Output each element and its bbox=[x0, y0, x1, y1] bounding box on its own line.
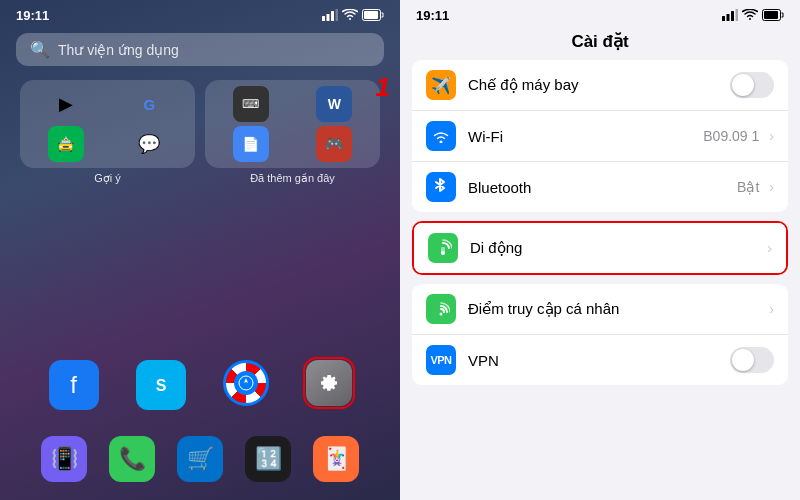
badge-2: 2 bbox=[787, 221, 788, 243]
folder-goi-y[interactable]: ▶ G 🚖 💬 Gợi ý bbox=[20, 80, 195, 344]
time-left: 19:11 bbox=[16, 8, 49, 23]
wifi-icon-right bbox=[742, 9, 758, 23]
settings-section-1: ✈️ Chế độ máy bay Wi-Fi B09.09 1 › bbox=[412, 60, 788, 212]
settings-row-hotspot[interactable]: Điểm truy cập cá nhân › bbox=[412, 284, 788, 335]
ninekeys-icon[interactable]: ⌨ bbox=[233, 86, 269, 122]
settings-row-airplane[interactable]: ✈️ Chế độ máy bay bbox=[412, 60, 788, 111]
svg-rect-0 bbox=[322, 16, 325, 21]
wifi-value: B09.09 1 bbox=[703, 128, 759, 144]
word-icon[interactable]: W bbox=[316, 86, 352, 122]
hotspot-chevron: › bbox=[769, 301, 774, 317]
search-bar[interactable]: 🔍 Thư viện ứng dụng bbox=[16, 33, 384, 66]
calculator-icon[interactable]: 🔢 bbox=[245, 436, 291, 482]
mini-grid-goi-y: ▶ G 🚖 💬 bbox=[20, 80, 195, 168]
wifi-icon-left bbox=[342, 9, 358, 23]
svg-rect-3 bbox=[336, 9, 339, 21]
left-panel: 19:11 bbox=[0, 0, 400, 500]
messages-icon[interactable]: 💬 bbox=[131, 126, 167, 162]
settings-list: ✈️ Chế độ máy bay Wi-Fi B09.09 1 › bbox=[400, 60, 800, 500]
search-icon: 🔍 bbox=[30, 40, 50, 59]
vpn-row-icon: VPN bbox=[426, 345, 456, 375]
right-panel: 19:11 bbox=[400, 0, 800, 500]
phone-app-icon[interactable]: 📞 bbox=[109, 436, 155, 482]
grab-icon[interactable]: 🚖 bbox=[48, 126, 84, 162]
wifi-label: Wi-Fi bbox=[468, 128, 703, 145]
status-bar-right: 19:11 bbox=[400, 0, 800, 27]
status-icons-left bbox=[322, 9, 384, 23]
appstore-icon[interactable]: 🛒 bbox=[177, 436, 223, 482]
mini-grid-da-them: ⌨ W 📄 🎮 bbox=[205, 80, 380, 168]
svg-point-16 bbox=[440, 141, 443, 144]
bluetooth-row-icon bbox=[426, 172, 456, 202]
settings-title: Cài đặt bbox=[400, 27, 800, 60]
hotspot-label: Điểm truy cập cá nhân bbox=[468, 300, 765, 318]
settings-row-vpn[interactable]: VPN VPN bbox=[412, 335, 788, 385]
svg-rect-12 bbox=[731, 11, 734, 21]
settings-section-3: Điểm truy cập cá nhân › VPN VPN bbox=[412, 284, 788, 385]
bluetooth-value: Bật bbox=[737, 179, 759, 195]
app-grid-area: ▶ G 🚖 💬 Gợi ý ⌨ W 📄 🎮 Đã thêm gần đây 1 bbox=[0, 72, 400, 500]
vpn-toggle[interactable] bbox=[730, 347, 774, 373]
airplane-toggle[interactable] bbox=[730, 72, 774, 98]
folder-da-them[interactable]: ⌨ W 📄 🎮 Đã thêm gần đây 1 bbox=[205, 80, 380, 344]
bottom-app-row-2: 📳 📞 🛒 🔢 🃏 bbox=[10, 430, 390, 492]
games-icon[interactable]: 🎮 bbox=[316, 126, 352, 162]
docs-icon[interactable]: 📄 bbox=[233, 126, 269, 162]
battery-icon-left bbox=[362, 9, 384, 23]
svg-rect-13 bbox=[736, 9, 739, 21]
svg-rect-2 bbox=[331, 11, 334, 21]
safari-app-icon[interactable] bbox=[223, 360, 269, 406]
svg-rect-15 bbox=[764, 11, 778, 19]
status-bar-left: 19:11 bbox=[0, 0, 400, 27]
svg-rect-5 bbox=[364, 11, 378, 19]
airplane-icon: ✈️ bbox=[426, 70, 456, 100]
settings-app-icon[interactable] bbox=[306, 360, 352, 406]
folder-da-them-label: Đã thêm gần đây bbox=[250, 172, 335, 185]
two-col-grid: ▶ G 🚖 💬 Gợi ý ⌨ W 📄 🎮 Đã thêm gần đây 1 bbox=[10, 80, 390, 344]
signal-icon bbox=[322, 9, 338, 23]
search-bar-placeholder: Thư viện ứng dụng bbox=[58, 42, 179, 58]
svg-rect-10 bbox=[722, 16, 725, 21]
bluetooth-chevron: › bbox=[769, 179, 774, 195]
viber-app-icon[interactable]: 📳 bbox=[41, 436, 87, 482]
cellular-row-icon bbox=[428, 233, 458, 263]
wifi-chevron: › bbox=[769, 128, 774, 144]
settings-row-cellular[interactable]: Di động › bbox=[414, 223, 786, 273]
folder-goi-y-label: Gợi ý bbox=[94, 172, 121, 185]
svg-rect-1 bbox=[327, 14, 330, 21]
svg-rect-11 bbox=[727, 14, 730, 21]
settings-row-wifi[interactable]: Wi-Fi B09.09 1 › bbox=[412, 111, 788, 162]
status-icons-right bbox=[722, 9, 784, 23]
youtube-icon[interactable]: ▶ bbox=[48, 86, 84, 122]
settings-row-bluetooth[interactable]: Bluetooth Bật › bbox=[412, 162, 788, 212]
battery-icon-right bbox=[762, 9, 784, 23]
bluetooth-label: Bluetooth bbox=[468, 179, 737, 196]
airplane-label: Chế độ máy bay bbox=[468, 76, 730, 94]
facebook-app-icon[interactable]: f bbox=[49, 360, 99, 410]
svg-rect-18 bbox=[441, 247, 445, 253]
wifi-row-icon bbox=[426, 121, 456, 151]
hotspot-row-icon bbox=[426, 294, 456, 324]
signal-icon-right bbox=[722, 9, 738, 23]
bottom-app-row: f S bbox=[10, 354, 390, 420]
skype-app-icon[interactable]: S bbox=[136, 360, 186, 410]
badge-1: 1 bbox=[376, 72, 390, 103]
more-icon[interactable]: 🃏 bbox=[313, 436, 359, 482]
svg-point-19 bbox=[440, 313, 443, 316]
cellular-chevron: › bbox=[767, 240, 772, 256]
settings-section-cellular: Di động › 2 bbox=[412, 221, 788, 275]
vpn-label: VPN bbox=[468, 352, 730, 369]
google-icon[interactable]: G bbox=[131, 86, 167, 122]
cellular-label: Di động bbox=[470, 239, 763, 257]
time-right: 19:11 bbox=[416, 8, 449, 23]
svg-text:S: S bbox=[155, 377, 166, 394]
